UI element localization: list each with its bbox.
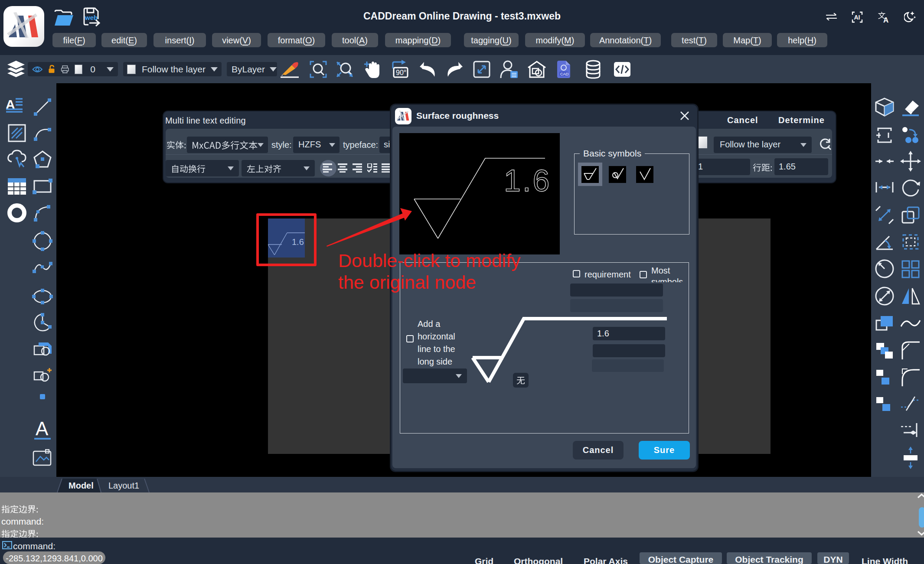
svg-text:1.6: 1.6 [504, 164, 551, 198]
svg-text:90°: 90° [396, 69, 406, 76]
svg-text:CAD: CAD [560, 72, 569, 76]
svg-text:AI: AI [854, 14, 860, 21]
svg-text:A: A [36, 419, 49, 439]
svg-text:A: A [883, 16, 888, 23]
